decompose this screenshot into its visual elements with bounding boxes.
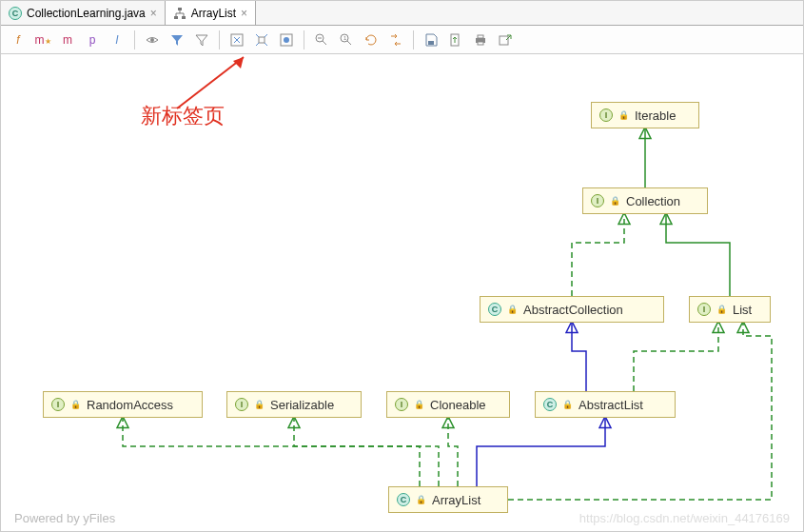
interface-icon: I (697, 303, 711, 316)
node-label: Iterable (635, 108, 676, 123)
class-icon: C (397, 493, 410, 506)
tab-label: ArrayList (191, 7, 236, 20)
svg-point-7 (284, 37, 289, 43)
svg-point-3 (150, 38, 154, 42)
zoom-actual-icon[interactable]: 1 (335, 29, 358, 51)
lock-icon: 🔒 (562, 400, 573, 409)
diagram-canvas[interactable]: 新标签页 I🔒IterableI🔒CollectionC🔒AbstractCol… (1, 54, 803, 531)
lock-icon: 🔒 (716, 305, 727, 314)
close-icon[interactable]: × (241, 7, 247, 20)
tab-bar: C CollectionLearning.java × ArrayList × (1, 1, 803, 26)
toolbar: f m★ m p I 1 (1, 26, 803, 54)
node-label: RandomAccess (87, 398, 173, 412)
annotation-label: 新标签页 (141, 102, 225, 130)
node-serializable[interactable]: I🔒Serializable (226, 391, 362, 418)
tab-arraylist[interactable]: ArrayList × (166, 1, 256, 25)
svg-rect-16 (500, 36, 508, 45)
node-arraylist[interactable]: C🔒ArrayList (388, 486, 508, 513)
node-label: Serializable (270, 398, 334, 412)
filter-icon[interactable] (166, 29, 188, 51)
interface-icon: I (51, 398, 65, 411)
separator (219, 30, 220, 49)
class-icon: C (543, 398, 557, 411)
open-icon[interactable] (444, 29, 467, 51)
lock-icon: 🔒 (610, 196, 620, 206)
interface-icon: I (599, 108, 613, 122)
class-icon: C (9, 7, 22, 20)
m-star-icon[interactable]: m★ (31, 29, 54, 51)
zoom-fit-icon[interactable] (226, 29, 248, 51)
class-icon: C (488, 303, 501, 316)
svg-rect-14 (478, 35, 483, 38)
node-label: ArrayList (432, 493, 480, 507)
node-cloneable[interactable]: I🔒Cloneable (386, 391, 510, 418)
lock-icon: 🔒 (618, 110, 629, 120)
node-randomaccess[interactable]: I🔒RandomAccess (43, 391, 203, 418)
tab-collectionlearning[interactable]: C CollectionLearning.java × (1, 1, 166, 25)
export-icon[interactable] (494, 29, 517, 51)
node-label: AbstractList (578, 398, 643, 412)
funnel-icon[interactable] (190, 29, 213, 51)
separator (134, 30, 135, 49)
svg-rect-1 (174, 16, 178, 19)
node-abstractcollection[interactable]: C🔒AbstractCollection (480, 296, 664, 323)
separator (413, 30, 414, 49)
lock-icon: 🔒 (414, 400, 424, 409)
interface-icon: I (395, 398, 408, 411)
lock-icon: 🔒 (507, 305, 518, 314)
collapse-icon[interactable] (275, 29, 298, 51)
i-icon[interactable]: I (106, 29, 128, 51)
diagram-icon (173, 7, 186, 20)
svg-text:1: 1 (343, 35, 347, 41)
p-icon[interactable]: p (81, 29, 104, 51)
svg-rect-0 (178, 8, 182, 10)
svg-rect-2 (182, 16, 186, 19)
node-collection[interactable]: I🔒Collection (582, 187, 708, 214)
svg-rect-5 (259, 37, 265, 43)
expand-icon[interactable] (250, 29, 273, 51)
m-icon[interactable]: m (56, 29, 79, 51)
zoom-out-icon[interactable] (310, 29, 333, 51)
f-icon[interactable]: f (7, 29, 29, 51)
svg-rect-15 (478, 42, 483, 45)
eye-icon[interactable] (141, 29, 164, 51)
lock-icon: 🔒 (70, 400, 81, 409)
save-icon[interactable] (420, 29, 442, 51)
tab-label: CollectionLearning.java (27, 7, 146, 20)
svg-rect-11 (428, 41, 434, 45)
node-label: Cloneable (430, 398, 486, 412)
refresh-icon[interactable] (360, 29, 382, 51)
lock-icon: 🔒 (416, 495, 426, 504)
flip-icon[interactable] (384, 29, 407, 51)
node-label: AbstractCollection (523, 303, 623, 317)
separator (304, 30, 304, 49)
interface-icon: I (591, 194, 604, 207)
node-label: Collection (626, 194, 680, 208)
node-label: List (733, 303, 752, 317)
footer-powered: Powered by yFiles (14, 511, 115, 525)
footer-watermark: https://blog.csdn.net/weixin_44176169 (579, 511, 790, 525)
node-abstractlist[interactable]: C🔒AbstractList (535, 391, 676, 418)
print-icon[interactable] (469, 29, 492, 51)
node-list[interactable]: I🔒List (689, 296, 771, 323)
interface-icon: I (235, 398, 248, 411)
node-iterable[interactable]: I🔒Iterable (591, 102, 699, 128)
close-icon[interactable]: × (150, 7, 157, 20)
lock-icon: 🔒 (254, 400, 265, 409)
